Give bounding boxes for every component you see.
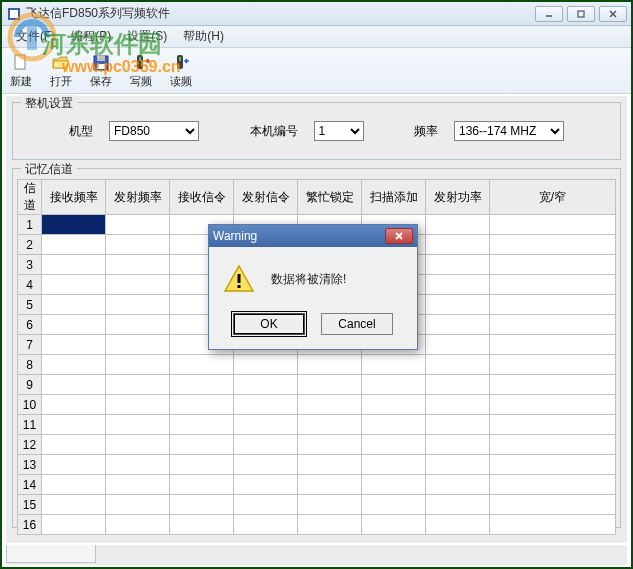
table-cell[interactable] xyxy=(42,415,106,435)
table-cell[interactable] xyxy=(298,495,362,515)
table-cell[interactable] xyxy=(234,395,298,415)
table-cell[interactable] xyxy=(490,295,616,315)
table-cell[interactable] xyxy=(106,415,170,435)
table-cell[interactable] xyxy=(362,375,426,395)
column-header[interactable]: 发射功率 xyxy=(426,180,490,215)
dialog-close-button[interactable] xyxy=(385,228,413,244)
column-header[interactable]: 接收信令 xyxy=(170,180,234,215)
column-header[interactable]: 扫描添加 xyxy=(362,180,426,215)
table-cell[interactable] xyxy=(426,495,490,515)
table-cell[interactable] xyxy=(490,255,616,275)
table-cell[interactable] xyxy=(426,395,490,415)
menu-settings[interactable]: 设置(S) xyxy=(119,26,175,47)
table-cell[interactable] xyxy=(298,375,362,395)
table-cell[interactable] xyxy=(490,355,616,375)
table-cell[interactable] xyxy=(106,215,170,235)
table-cell[interactable] xyxy=(490,515,616,535)
table-cell[interactable] xyxy=(426,295,490,315)
table-cell[interactable] xyxy=(106,515,170,535)
model-select[interactable]: FD850 xyxy=(109,121,199,141)
row-header[interactable]: 11 xyxy=(18,415,42,435)
table-row[interactable]: 9 xyxy=(18,375,616,395)
table-cell[interactable] xyxy=(298,415,362,435)
row-header[interactable]: 12 xyxy=(18,435,42,455)
table-cell[interactable] xyxy=(298,455,362,475)
table-cell[interactable] xyxy=(42,295,106,315)
table-row[interactable]: 13 xyxy=(18,455,616,475)
column-header[interactable]: 繁忙锁定 xyxy=(298,180,362,215)
table-cell[interactable] xyxy=(298,475,362,495)
table-row[interactable]: 12 xyxy=(18,435,616,455)
column-header[interactable]: 宽/窄 xyxy=(490,180,616,215)
table-cell[interactable] xyxy=(362,435,426,455)
table-cell[interactable] xyxy=(426,375,490,395)
table-cell[interactable] xyxy=(42,475,106,495)
table-cell[interactable] xyxy=(42,395,106,415)
table-cell[interactable] xyxy=(170,495,234,515)
table-cell[interactable] xyxy=(106,395,170,415)
menu-file[interactable]: 文件(F) xyxy=(8,26,63,47)
table-cell[interactable] xyxy=(234,495,298,515)
table-cell[interactable] xyxy=(234,415,298,435)
table-cell[interactable] xyxy=(170,475,234,495)
table-cell[interactable] xyxy=(42,315,106,335)
table-cell[interactable] xyxy=(106,455,170,475)
frequency-select[interactable]: 136--174 MHZ xyxy=(454,121,564,141)
table-cell[interactable] xyxy=(106,235,170,255)
table-cell[interactable] xyxy=(490,415,616,435)
table-cell[interactable] xyxy=(490,395,616,415)
column-header[interactable]: 信道 xyxy=(18,180,42,215)
dialog-ok-button[interactable]: OK xyxy=(233,313,305,335)
status-tab[interactable] xyxy=(6,545,96,563)
table-cell[interactable] xyxy=(42,435,106,455)
table-cell[interactable] xyxy=(362,515,426,535)
table-cell[interactable] xyxy=(106,275,170,295)
table-cell[interactable] xyxy=(170,515,234,535)
table-cell[interactable] xyxy=(298,435,362,455)
table-cell[interactable] xyxy=(426,315,490,335)
column-header[interactable]: 发射信令 xyxy=(234,180,298,215)
table-row[interactable]: 14 xyxy=(18,475,616,495)
row-header[interactable]: 7 xyxy=(18,335,42,355)
row-header[interactable]: 4 xyxy=(18,275,42,295)
table-cell[interactable] xyxy=(426,435,490,455)
table-cell[interactable] xyxy=(234,435,298,455)
table-cell[interactable] xyxy=(298,515,362,535)
table-cell[interactable] xyxy=(490,435,616,455)
row-header[interactable]: 13 xyxy=(18,455,42,475)
row-header[interactable]: 5 xyxy=(18,295,42,315)
row-header[interactable]: 6 xyxy=(18,315,42,335)
table-cell[interactable] xyxy=(490,455,616,475)
table-cell[interactable] xyxy=(426,275,490,295)
table-cell[interactable] xyxy=(170,415,234,435)
table-cell[interactable] xyxy=(106,495,170,515)
row-header[interactable]: 9 xyxy=(18,375,42,395)
table-cell[interactable] xyxy=(106,475,170,495)
table-cell[interactable] xyxy=(490,495,616,515)
table-cell[interactable] xyxy=(170,435,234,455)
table-row[interactable]: 8 xyxy=(18,355,616,375)
table-cell[interactable] xyxy=(490,275,616,295)
table-cell[interactable] xyxy=(234,455,298,475)
table-cell[interactable] xyxy=(426,255,490,275)
table-cell[interactable] xyxy=(426,515,490,535)
row-header[interactable]: 2 xyxy=(18,235,42,255)
toolbar-save-button[interactable]: 保存 xyxy=(86,51,116,91)
table-cell[interactable] xyxy=(362,415,426,435)
table-cell[interactable] xyxy=(170,395,234,415)
column-header[interactable]: 接收频率 xyxy=(42,180,106,215)
row-header[interactable]: 14 xyxy=(18,475,42,495)
toolbar-write-button[interactable]: 写频 xyxy=(126,51,156,91)
table-cell[interactable] xyxy=(42,335,106,355)
row-header[interactable]: 8 xyxy=(18,355,42,375)
table-row[interactable]: 15 xyxy=(18,495,616,515)
maximize-button[interactable] xyxy=(567,6,595,22)
toolbar-open-button[interactable]: 打开 xyxy=(46,51,76,91)
table-cell[interactable] xyxy=(42,355,106,375)
table-cell[interactable] xyxy=(234,375,298,395)
table-cell[interactable] xyxy=(42,255,106,275)
table-row[interactable]: 16 xyxy=(18,515,616,535)
dialog-titlebar[interactable]: Warning xyxy=(209,225,417,247)
table-cell[interactable] xyxy=(298,355,362,375)
table-row[interactable]: 11 xyxy=(18,415,616,435)
